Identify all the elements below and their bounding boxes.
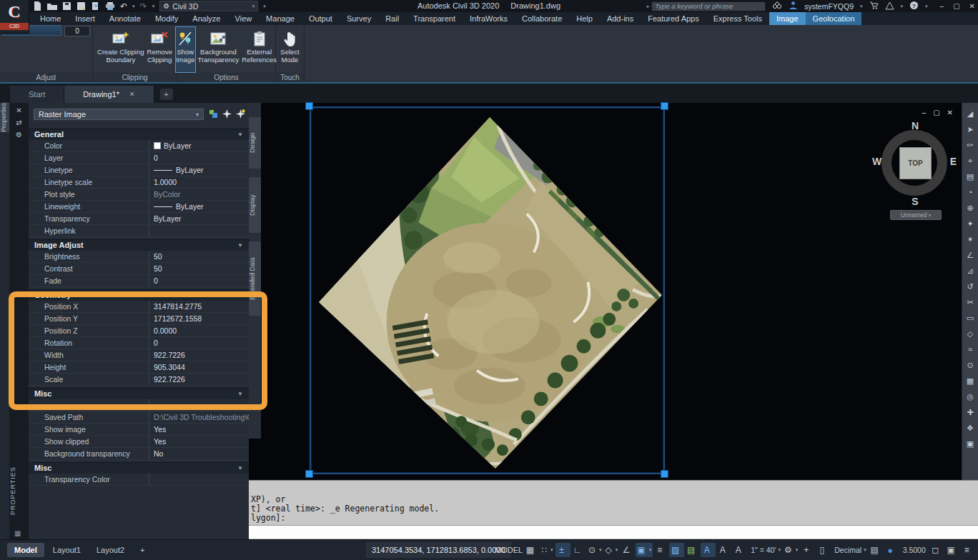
polar-tracking-icon[interactable]: ⊙▾ <box>587 543 603 557</box>
ribbon-tab[interactable]: Modify <box>148 12 185 25</box>
select-mode-button[interactable]: Select Mode <box>280 26 300 73</box>
background-transparency-button[interactable]: Background Transparency <box>197 26 240 73</box>
graphics-performance-icon[interactable]: ▣▾ <box>945 543 960 557</box>
rect-tool-icon[interactable]: ▭ <box>964 311 977 325</box>
command-input[interactable] <box>249 525 978 539</box>
grip-top-left[interactable] <box>305 102 313 110</box>
grip-bottom-right[interactable] <box>661 470 668 478</box>
palette-autohide-icon[interactable]: ⇄ <box>16 119 21 126</box>
property-value[interactable]: 922.7226 <box>149 374 249 385</box>
close-button[interactable]: ✕ <box>969 2 975 10</box>
property-value[interactable]: 1712672.1558 <box>149 313 249 324</box>
geolocation-icon[interactable]: ●▾ <box>884 543 899 557</box>
new-drawing-tab-button[interactable]: + <box>160 89 173 100</box>
command-window[interactable]: XP), ort] <real time>: _e Regenerating m… <box>249 480 978 539</box>
layout-tab[interactable]: Model <box>7 543 44 557</box>
user-account-button[interactable]: systemFYQQ9 <box>804 2 854 11</box>
grid-tool-icon[interactable]: ▦ <box>964 374 977 388</box>
property-value[interactable]: 1.0000 <box>149 176 249 188</box>
slider-value[interactable]: 0 <box>64 26 90 36</box>
ribbon-tab[interactable]: Rail <box>378 12 406 25</box>
annotation-scale-value[interactable]: 1" = 40'▾ <box>748 543 782 557</box>
viewcube-top-face[interactable]: TOP <box>899 147 932 179</box>
compass-east[interactable]: E <box>950 156 957 167</box>
quick-select-icon[interactable] <box>236 109 245 120</box>
ribbon-tab[interactable]: Image <box>769 12 806 25</box>
transparency-icon[interactable]: ▨▾ <box>669 543 684 557</box>
section-header[interactable]: Misc ▼ <box>29 462 249 474</box>
annotation-monitor-icon[interactable]: ▯▾ <box>816 543 831 557</box>
drawing-tab[interactable]: Drawing1* ✕ <box>64 86 154 103</box>
section-header[interactable]: Geometry ▼ <box>29 289 249 301</box>
plus-icon[interactable]: +▾ <box>800 543 815 557</box>
section-header[interactable]: General ▼ <box>29 129 249 140</box>
triangle-tool-icon[interactable]: ⊿ <box>964 264 977 278</box>
dynamic-input-icon[interactable]: ±▾ <box>555 543 570 557</box>
compass-west[interactable]: W <box>872 156 881 167</box>
trim-tool-icon[interactable]: ✂ <box>964 295 977 309</box>
wave-tool-icon[interactable]: ≈ <box>964 342 977 356</box>
ribbon-tab[interactable]: Help <box>569 12 600 25</box>
diamond-tool-icon[interactable]: ◇ <box>964 326 977 341</box>
ribbon-tab[interactable]: Manage <box>259 12 302 25</box>
layers-tool-icon[interactable]: ▣ <box>964 436 977 451</box>
selection-cycling-icon[interactable]: ▤▾ <box>685 543 700 557</box>
units-value[interactable]: Decimal▾ <box>831 543 867 557</box>
view-compass[interactable]: N TOP W E S Unnamed ▾ <box>876 120 954 223</box>
ribbon-tab[interactable]: Featured Apps <box>641 12 706 25</box>
annotation-scale-icon[interactable]: A▾ <box>732 543 747 557</box>
show-image-button[interactable]: Show Image <box>175 26 195 73</box>
property-value[interactable]: No <box>149 448 249 459</box>
viewport-minimize-icon[interactable]: – <box>922 109 927 116</box>
ribbon-tab[interactable]: Analyze <box>185 12 227 25</box>
grid-display-icon[interactable]: ▦▾ <box>524 543 539 557</box>
ribbon-tab[interactable]: Transparent <box>406 12 463 25</box>
open-file-icon[interactable] <box>47 1 57 11</box>
property-value[interactable] <box>149 474 249 485</box>
workspace-gear-icon[interactable]: ⚙▾ <box>783 543 799 557</box>
property-value[interactable] <box>149 225 249 236</box>
property-value[interactable]: 50 <box>149 251 249 262</box>
undo-tool-icon[interactable]: ↺ <box>964 279 977 294</box>
flag-tool-icon[interactable]: ◢ <box>964 106 977 121</box>
object-snap-icon[interactable]: ▣▾ <box>636 543 653 557</box>
isolate-objects-icon[interactable]: ◻▾ <box>929 543 944 557</box>
help-dropdown-icon[interactable]: ▾ <box>925 4 928 9</box>
snap-mode-icon[interactable]: ∷▾ <box>540 543 555 557</box>
property-value[interactable]: ByLayer <box>149 164 249 176</box>
viewport-close-icon[interactable]: ✕ <box>947 109 953 116</box>
viewport-restore-icon[interactable]: ▢ <box>933 109 939 116</box>
palette-settings-icon[interactable]: ⚙ <box>16 131 22 139</box>
select-objects-icon[interactable] <box>222 109 232 120</box>
table-tool-icon[interactable]: ▤ <box>964 169 977 184</box>
tab-extended-data[interactable]: Extended Data <box>249 241 261 316</box>
save-icon[interactable] <box>62 1 71 11</box>
ribbon-tab[interactable]: Add-ins <box>600 12 641 25</box>
compass-south[interactable]: S <box>876 196 954 207</box>
property-value[interactable] <box>149 399 249 411</box>
palette-dock-tab[interactable]: Properties <box>0 103 9 132</box>
lineweight-icon[interactable]: ≡▾ <box>653 543 668 557</box>
property-value[interactable]: D:\Civil 3D Troubleshooting\Ci... <box>149 411 249 423</box>
help-icon[interactable]: ? <box>909 1 919 11</box>
view-name-badge[interactable]: Unnamed ▾ <box>890 210 942 220</box>
circle-tool-icon[interactable]: ⊙ <box>964 358 977 372</box>
contour-tool-icon[interactable]: ◔ <box>964 185 977 199</box>
undo-icon[interactable]: ↶ <box>120 1 127 11</box>
tab-display[interactable]: Display <box>249 177 261 233</box>
user-dropdown-icon[interactable]: ▾ <box>860 4 863 9</box>
property-value[interactable]: 0 <box>149 275 249 286</box>
ribbon-tab[interactable]: Survey <box>340 12 378 25</box>
image-selection-frame[interactable] <box>310 106 665 474</box>
app-menu-button[interactable]: C C3D <box>0 0 29 34</box>
customization-icon[interactable]: ≡▾ <box>961 543 976 557</box>
model-space-label[interactable]: MODEL <box>495 542 523 558</box>
qat-customize-icon[interactable]: ▾ <box>263 4 266 9</box>
undo-dropdown-icon[interactable]: ▾ <box>132 4 135 9</box>
search-icon[interactable] <box>772 1 782 11</box>
default-scale-value[interactable]: 3.5000▾ <box>900 543 929 557</box>
ribbon-tab[interactable]: Express Tools <box>706 12 769 25</box>
ribbon-tab[interactable]: Home <box>33 12 68 25</box>
dot-circle-tool-icon[interactable]: ◎ <box>964 389 977 404</box>
property-value[interactable]: ByLayer <box>149 140 249 151</box>
